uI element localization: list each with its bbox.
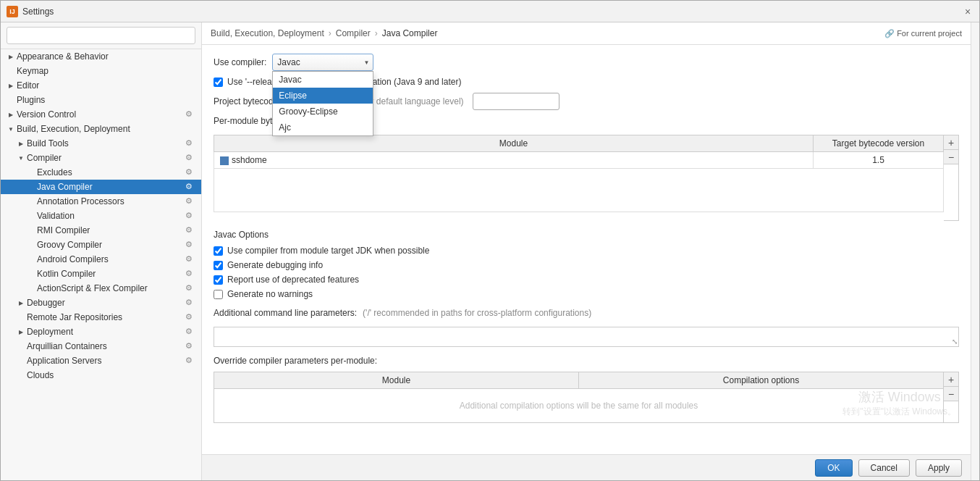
sidebar-item-validation[interactable]: ▶ Validation ⚙ <box>1 209 201 223</box>
sidebar-item-version-control[interactable]: ▶ Version Control ⚙ <box>1 107 201 122</box>
cancel-button[interactable]: Cancel <box>858 459 910 477</box>
remove-row-button[interactable]: − <box>944 150 958 164</box>
dropdown-option-ajc[interactable]: Ajc <box>273 120 373 135</box>
sidebar-item-appearance-behavior[interactable]: ▶ Appearance & Behavior <box>1 49 201 64</box>
override-table: Module Compilation options Additional co… <box>214 372 944 423</box>
module-col-header: Module <box>214 135 814 152</box>
bottom-bar: OK Cancel Apply <box>202 454 971 480</box>
module-cell: sshdome <box>214 152 814 169</box>
expand-arrow-icon: ▶ <box>17 298 25 307</box>
expand-arrow-icon: ▶ <box>7 52 15 61</box>
project-bytecode-select[interactable] <box>473 93 559 110</box>
option-label-4: Generate no warnings <box>227 289 313 299</box>
window-body: ▶ Appearance & Behavior ▶ Keymap ▶ Edito… <box>1 22 979 480</box>
sidebar-item-label: Excludes <box>37 167 182 177</box>
generate-debug-info-checkbox[interactable] <box>214 261 223 270</box>
right-scrollbar[interactable] <box>971 22 979 480</box>
expand-arrow-icon: ▶ <box>7 81 15 90</box>
sidebar-item-label: Appearance & Behavior <box>17 51 195 62</box>
sidebar-item-compiler[interactable]: ▼ Compiler ⚙ <box>1 151 201 165</box>
search-input[interactable] <box>7 27 195 44</box>
gear-icon: ⚙ <box>185 341 195 351</box>
dropdown-option-eclipse[interactable]: Eclipse <box>273 88 373 104</box>
option-label-3: Report use of deprecated features <box>227 275 359 285</box>
sidebar-item-label: Application Servers <box>27 356 182 366</box>
override-remove-button[interactable]: − <box>944 387 958 401</box>
app-icon: IJ <box>7 6 18 17</box>
sidebar-item-remote-jar-repositories[interactable]: ▶ Remote Jar Repositories ⚙ <box>1 310 201 325</box>
module-icon <box>220 156 229 165</box>
use-compiler-label: Use compiler: <box>214 57 266 67</box>
close-button[interactable]: × <box>962 6 973 17</box>
sidebar-item-arquillian-containers[interactable]: ▶ Arquillian Containers ⚙ <box>1 339 201 354</box>
sidebar-item-excludes[interactable]: ▶ Excludes ⚙ <box>1 165 201 180</box>
sidebar-item-android-compilers[interactable]: ▶ Android Compilers ⚙ <box>1 252 201 267</box>
override-add-button[interactable]: + <box>944 372 958 387</box>
sidebar-item-label: Editor <box>17 80 195 91</box>
sidebar-item-java-compiler[interactable]: ▶ Java Compiler ⚙ <box>1 180 201 194</box>
sidebar-item-label: Debugger <box>27 298 182 308</box>
cmd-input-area: ⤡ <box>214 327 959 347</box>
ok-button[interactable]: OK <box>815 459 852 477</box>
table-empty-row <box>214 169 944 212</box>
apply-button[interactable]: Apply <box>916 459 962 477</box>
sidebar-item-label: Build, Execution, Deployment <box>17 124 195 134</box>
option-label-1: Use compiler from module target JDK when… <box>227 246 429 256</box>
gear-icon: ⚙ <box>185 240 195 250</box>
gear-icon: ⚙ <box>185 254 195 264</box>
sidebar-item-label: Validation <box>37 211 182 221</box>
use-module-target-jdk-checkbox[interactable] <box>214 246 223 256</box>
dropdown-option-javac[interactable]: Javac <box>273 72 373 88</box>
report-deprecated-checkbox[interactable] <box>214 275 223 285</box>
sidebar-item-clouds[interactable]: ▶ Clouds <box>1 368 201 382</box>
sidebar-item-label: Keymap <box>17 66 195 76</box>
sidebar-item-debugger[interactable]: ▶ Debugger ⚙ <box>1 296 201 310</box>
sidebar-item-label: Annotation Processors <box>37 196 182 206</box>
compiler-dropdown-button[interactable]: Javac ▼ <box>272 54 373 71</box>
sidebar-item-kotlin-compiler[interactable]: ▶ Kotlin Compiler ⚙ <box>1 267 201 281</box>
expand-arrow-icon: ▼ <box>17 154 25 162</box>
expand-arrow-icon: ▶ <box>17 139 25 148</box>
for-current-project-link[interactable]: 🔗 For current project <box>884 29 962 38</box>
sidebar-item-groovy-compiler[interactable]: ▶ Groovy Compiler ⚙ <box>1 238 201 252</box>
use-compiler-row: Use compiler: Javac ▼ Javac Eclipse Groo… <box>214 54 959 71</box>
dropdown-option-groovy-eclipse[interactable]: Groovy-Eclipse <box>273 104 373 120</box>
sidebar-item-label: Clouds <box>27 370 195 380</box>
content-area: Use compiler: Javac ▼ Javac Eclipse Groo… <box>202 45 971 454</box>
sidebar-item-editor[interactable]: ▶ Editor <box>1 78 201 93</box>
gear-icon: ⚙ <box>185 138 195 149</box>
sidebar-item-actionscript-flex-compiler[interactable]: ▶ ActionScript & Flex Compiler ⚙ <box>1 281 201 296</box>
dropdown-arrow-icon: ▼ <box>363 59 369 66</box>
override-section: Override compiler parameters per-module:… <box>214 356 959 423</box>
sidebar-item-label: Java Compiler <box>37 182 182 192</box>
compiler-dropdown-wrapper: Javac ▼ Javac Eclipse Groovy-Eclipse Ajc <box>272 54 373 71</box>
expand-arrow-icon: ▼ <box>7 125 15 133</box>
gear-icon: ⚙ <box>185 167 195 177</box>
cmd-params-hint: ('/' recommended in paths for cross-plat… <box>363 308 591 318</box>
breadcrumb: Build, Execution, Deployment › Compiler … <box>202 22 971 45</box>
table-row: sshdome 1.5 <box>214 152 944 169</box>
sidebar-item-annotation-processors[interactable]: ▶ Annotation Processors ⚙ <box>1 194 201 209</box>
cmd-params-row: Additional command line parameters: ('/'… <box>214 308 959 318</box>
gear-icon: ⚙ <box>185 182 195 192</box>
sidebar-item-keymap[interactable]: ▶ Keymap <box>1 64 201 78</box>
expand-icon[interactable]: ⤡ <box>952 338 958 346</box>
sidebar-item-application-servers[interactable]: ▶ Application Servers ⚙ <box>1 354 201 368</box>
sidebar-item-build-execution-deployment[interactable]: ▼ Build, Execution, Deployment <box>1 122 201 136</box>
sidebar-item-build-tools[interactable]: ▶ Build Tools ⚙ <box>1 136 201 151</box>
gear-icon: ⚙ <box>185 327 195 337</box>
main-content: Build, Execution, Deployment › Compiler … <box>202 22 971 480</box>
sidebar: ▶ Appearance & Behavior ▶ Keymap ▶ Edito… <box>1 22 202 480</box>
sidebar-item-label: Arquillian Containers <box>27 341 182 351</box>
cmd-params-input[interactable] <box>214 327 959 347</box>
use-release-checkbox[interactable] <box>214 78 223 87</box>
sidebar-item-rmi-compiler[interactable]: ▶ RMI Compiler ⚙ <box>1 223 201 238</box>
override-empty-row: Additional compilation options will be t… <box>214 389 944 423</box>
info-icon: 🔗 <box>884 29 895 38</box>
expand-arrow-icon: ▶ <box>17 327 25 336</box>
sidebar-item-plugins[interactable]: ▶ Plugins <box>1 93 201 107</box>
sidebar-item-deployment[interactable]: ▶ Deployment ⚙ <box>1 325 201 339</box>
add-row-button[interactable]: + <box>944 135 958 150</box>
generate-no-warnings-checkbox[interactable] <box>214 290 223 299</box>
option-row-2: Generate debugging info <box>214 260 959 270</box>
